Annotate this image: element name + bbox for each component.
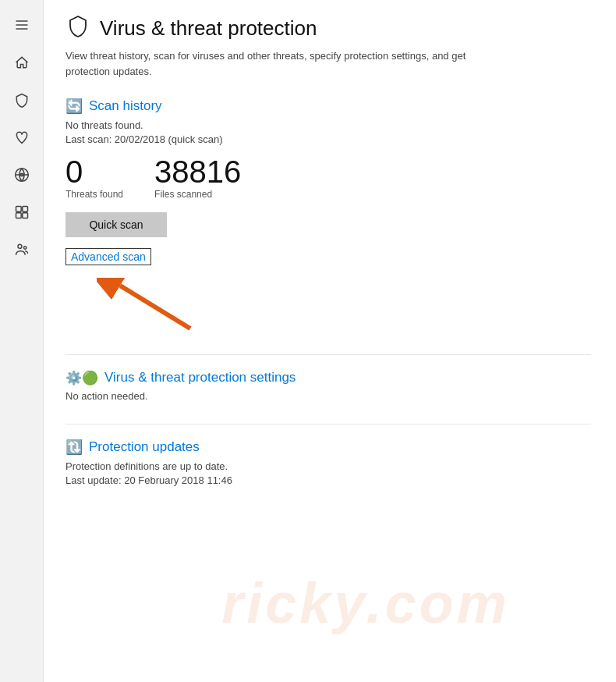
- arrow-annotation: [97, 278, 221, 332]
- svg-line-11: [120, 286, 190, 329]
- scan-status: No threats found.: [65, 119, 591, 131]
- svg-rect-7: [22, 213, 27, 218]
- family-icon[interactable]: [6, 234, 37, 265]
- protection-updates-title-row: 🔃 Protection updates: [65, 439, 591, 456]
- page-description: View threat history, scan for viruses an…: [65, 48, 502, 79]
- protection-updates-title[interactable]: Protection updates: [89, 439, 200, 455]
- divider-1: [65, 354, 591, 355]
- threat-settings-status: No action needed.: [65, 390, 591, 402]
- scan-history-title-row: 🔄 Scan history: [65, 98, 591, 115]
- home-icon[interactable]: [6, 47, 37, 78]
- virus-shield-icon: [65, 14, 90, 42]
- scan-history-section: 🔄 Scan history No threats found. Last sc…: [65, 98, 591, 332]
- hamburger-menu-icon[interactable]: [6, 9, 37, 41]
- protection-updates-status: Protection definitions are up to date.: [65, 460, 591, 472]
- files-scanned-number: 38816: [154, 156, 241, 187]
- stats-row: 0 Threats found 38816 Files scanned: [65, 156, 591, 200]
- files-scanned-label: Files scanned: [154, 189, 241, 200]
- last-update-info: Last update: 20 February 2018 11:46: [65, 474, 591, 486]
- advanced-scan-link[interactable]: Advanced scan: [65, 248, 151, 265]
- threat-settings-section: ⚙️🟢 Virus & threat protection settings N…: [65, 369, 591, 402]
- svg-point-8: [18, 244, 22, 248]
- protection-updates-icon: 🔃: [65, 439, 83, 456]
- scan-history-icon: 🔄: [65, 98, 83, 115]
- threat-settings-title-row: ⚙️🟢 Virus & threat protection settings: [65, 369, 591, 385]
- page-title-row: Virus & threat protection: [65, 14, 591, 42]
- shield-nav-icon[interactable]: [6, 84, 37, 115]
- protection-updates-section: 🔃 Protection updates Protection definiti…: [65, 439, 591, 486]
- health-icon[interactable]: [6, 122, 37, 153]
- main-content: Virus & threat protection View threat hi…: [44, 0, 616, 682]
- files-scanned-stat: 38816 Files scanned: [154, 156, 241, 200]
- threat-settings-icon: ⚙️🟢: [65, 370, 98, 386]
- svg-point-9: [23, 247, 26, 249]
- svg-rect-5: [22, 207, 27, 212]
- threat-settings-title[interactable]: Virus & threat protection settings: [104, 370, 296, 385]
- quick-scan-button[interactable]: Quick scan: [65, 212, 167, 237]
- scan-history-title[interactable]: Scan history: [89, 98, 162, 114]
- app-icon[interactable]: [6, 197, 37, 228]
- divider-2: [65, 424, 591, 424]
- sidebar: [0, 0, 44, 682]
- svg-rect-4: [16, 207, 21, 212]
- page-title: Virus & threat protection: [100, 16, 317, 41]
- threats-found-stat: 0 Threats found: [65, 156, 123, 200]
- network-icon[interactable]: [6, 159, 37, 190]
- last-scan-info: Last scan: 20/02/2018 (quick scan): [65, 133, 591, 145]
- threats-found-label: Threats found: [65, 189, 123, 200]
- threats-found-number: 0: [65, 156, 123, 187]
- svg-rect-6: [16, 213, 21, 218]
